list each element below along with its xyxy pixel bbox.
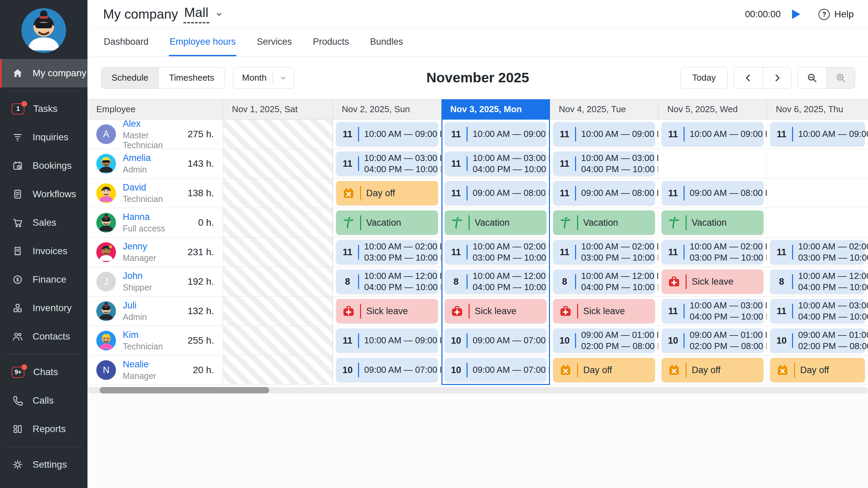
schedule-cell[interactable]: 1110:00 AM — 02:00 PM03:00 PM — 10:00 PM <box>441 238 550 267</box>
sidebar-item-inventory[interactable]: Inventory <box>0 294 87 322</box>
employee-name-link[interactable]: John <box>123 271 152 281</box>
tab-bundles[interactable]: Bundles <box>369 29 404 56</box>
timer-play-button[interactable] <box>792 9 800 19</box>
shift-pill[interactable]: 1009:00 AM — 01:00 PM02:00 PM — 08:00 PM <box>770 328 865 353</box>
sidebar-item-chats[interactable]: 9+Chats <box>0 358 87 386</box>
schedule-cell[interactable]: 1110:00 AM — 09:00 PM <box>767 120 868 149</box>
shift-pill[interactable]: 1110:00 AM — 02:00 PM03:00 PM — 10:00 PM <box>662 240 764 264</box>
schedule-cell[interactable]: 1110:00 AM — 02:00 PM03:00 PM — 10:00 PM <box>333 238 441 267</box>
schedule-cell[interactable]: Day off <box>658 355 767 385</box>
previous-period-button[interactable] <box>734 67 763 88</box>
shift-pill[interactable]: 1110:00 AM — 09:00 PM <box>553 122 655 146</box>
zoom-in-button[interactable] <box>826 67 855 88</box>
schedule-cell[interactable]: 1110:00 AM — 03:00 PM04:00 PM — 10:00 PM <box>441 149 550 179</box>
sick-pill[interactable]: Sick leave <box>662 269 764 294</box>
sick-pill[interactable]: Sick leave <box>336 299 438 323</box>
schedule-cell[interactable]: Day off <box>333 179 441 208</box>
schedule-cell[interactable]: Day off <box>767 355 868 385</box>
schedule-cell[interactable]: Sick leave <box>441 297 550 326</box>
shift-pill[interactable]: 1110:00 AM — 09:00 PM <box>662 122 764 146</box>
shift-pill[interactable]: 1009:00 AM — 07:00 PM <box>445 328 547 353</box>
schedule-cell[interactable]: Vacation <box>658 208 767 238</box>
schedule-cell[interactable]: Day off <box>550 355 658 385</box>
employee-name-link[interactable]: Kim <box>123 330 163 340</box>
schedule-cell[interactable]: 1110:00 AM — 03:00 PM04:00 PM — 10:00 PM <box>333 149 441 179</box>
sidebar-item-reports[interactable]: Reports <box>0 415 87 443</box>
tab-employee-hours[interactable]: Employee hours <box>169 29 236 56</box>
shift-pill[interactable]: 1110:00 AM — 03:00 PM04:00 PM — 10:00 PM <box>553 151 655 176</box>
schedule-cell[interactable]: 1109:00 AM — 08:00 PM <box>441 179 550 208</box>
schedule-cell[interactable]: Vacation <box>550 208 658 238</box>
sidebar-item-sales[interactable]: Sales <box>0 208 87 237</box>
schedule-cell[interactable]: 1009:00 AM — 01:00 PM02:00 PM — 08:00 PM <box>550 326 658 355</box>
vacation-pill[interactable]: Vacation <box>553 210 655 235</box>
horizontal-scrollbar-thumb[interactable] <box>100 387 269 393</box>
sidebar-item-finance[interactable]: $Finance <box>0 265 87 294</box>
sidebar-item-contacts[interactable]: Contacts <box>0 322 87 351</box>
dayoff-pill[interactable]: Day off <box>553 358 655 382</box>
tab-products[interactable]: Products <box>312 29 350 56</box>
employee-name-link[interactable]: David <box>123 182 163 193</box>
schedule-cell[interactable]: 1110:00 AM — 02:00 PM03:00 PM — 10:00 PM <box>550 238 658 267</box>
employee-name-link[interactable]: Alex <box>123 120 181 129</box>
sidebar-item-my-company[interactable]: My company <box>0 59 87 87</box>
shift-pill[interactable]: 1009:00 AM — 07:00 PM <box>445 358 547 382</box>
sidebar-item-calls[interactable]: Calls <box>0 386 87 415</box>
schedule-cell[interactable]: 1110:00 AM — 09:00 PM <box>333 120 441 149</box>
schedule-cell[interactable]: 1110:00 AM — 09:00 PM <box>333 326 441 355</box>
schedule-cell[interactable]: 1110:00 AM — 09:00 PM <box>658 120 767 149</box>
workspace-switcher[interactable]: My company Mall <box>103 5 223 23</box>
sidebar-item-bookings[interactable]: Bookings <box>0 151 87 180</box>
vacation-pill[interactable]: Vacation <box>662 210 764 235</box>
schedule-cell[interactable]: 1110:00 AM — 09:00 PM <box>550 120 658 149</box>
vacation-pill[interactable]: Vacation <box>445 210 547 235</box>
sidebar-item-workflows[interactable]: Workflows <box>0 180 87 208</box>
employee-name-link[interactable]: Nealie <box>123 359 156 370</box>
help-button[interactable]: ? Help <box>818 9 854 20</box>
column-header-day[interactable]: Nov 1, 2025, Sat <box>223 99 333 120</box>
employee-name-link[interactable]: Hanna <box>123 212 165 222</box>
shift-pill[interactable]: 1110:00 AM — 09:00 PM <box>336 328 438 353</box>
shift-pill[interactable]: 1009:00 AM — 07:00 PM <box>336 358 438 382</box>
column-header-day[interactable]: Nov 3, 2025, Mon <box>441 99 550 120</box>
view-segment-schedule[interactable]: Schedule <box>101 67 158 88</box>
employee-name-link[interactable]: Jenny <box>123 241 156 252</box>
shift-pill[interactable]: 1110:00 AM — 02:00 PM03:00 PM — 10:00 PM <box>553 240 655 264</box>
location-name[interactable]: Mall <box>183 5 209 23</box>
shift-pill[interactable]: 1009:00 AM — 01:00 PM02:00 PM — 08:00 PM <box>662 328 764 353</box>
shift-pill[interactable]: 1110:00 AM — 09:00 PM <box>445 122 547 146</box>
schedule-cell[interactable]: 1009:00 AM — 07:00 PM <box>441 355 550 385</box>
shift-pill[interactable]: 1110:00 AM — 03:00 PM04:00 PM — 10:00 PM <box>445 151 547 176</box>
column-header-day[interactable]: Nov 4, 2025, Tue <box>550 99 658 120</box>
sidebar-item-settings[interactable]: Settings <box>0 450 87 479</box>
schedule-cell[interactable]: 810:00 AM — 12:00 PM04:00 PM — 10:00 PM <box>767 267 868 297</box>
column-header-day[interactable]: Nov 5, 2025, Wed <box>658 99 767 120</box>
vacation-pill[interactable]: Vacation <box>336 210 438 235</box>
shift-pill[interactable]: 1110:00 AM — 03:00 PM04:00 PM — 10:00 PM <box>662 299 764 323</box>
shift-pill[interactable]: 1110:00 AM — 03:00 PM04:00 PM — 10:00 PM <box>336 151 438 176</box>
schedule-cell[interactable]: 810:00 AM — 12:00 PM04:00 PM — 10:00 PM <box>441 267 550 297</box>
schedule-cell[interactable]: 1009:00 AM — 01:00 PM02:00 PM — 08:00 PM <box>767 326 868 355</box>
schedule-cell[interactable]: 1109:00 AM — 08:00 PM <box>550 179 658 208</box>
zoom-out-button[interactable] <box>798 67 826 88</box>
employee-name-link[interactable]: Juli <box>123 300 147 311</box>
tab-services[interactable]: Services <box>256 29 293 56</box>
schedule-cell[interactable]: 810:00 AM — 12:00 PM04:00 PM — 10:00 PM <box>333 267 441 297</box>
tab-dashboard[interactable]: Dashboard <box>103 29 149 56</box>
schedule-cell[interactable]: Sick leave <box>550 297 658 326</box>
sidebar-item-invoices[interactable]: Invoices <box>0 237 87 265</box>
column-header-day[interactable]: Nov 6, 2025, Thu <box>767 99 868 120</box>
schedule-cell[interactable]: 1110:00 AM — 03:00 PM04:00 PM — 10:00 PM <box>767 297 868 326</box>
schedule-cell[interactable]: 1109:00 AM — 08:00 PM <box>658 179 767 208</box>
schedule-cell[interactable]: Vacation <box>333 208 441 238</box>
employee-name-link[interactable]: Amelia <box>123 153 151 163</box>
schedule-cell[interactable]: 1009:00 AM — 07:00 PM <box>441 326 550 355</box>
schedule-cell[interactable]: 1110:00 AM — 03:00 PM04:00 PM — 10:00 PM <box>550 149 658 179</box>
schedule-cell[interactable]: 1110:00 AM — 02:00 PM03:00 PM — 10:00 PM <box>658 238 767 267</box>
shift-pill[interactable]: 1110:00 AM — 02:00 PM03:00 PM — 10:00 PM <box>445 240 547 264</box>
period-select[interactable]: Month <box>233 67 294 89</box>
shift-pill[interactable]: 1110:00 AM — 02:00 PM03:00 PM — 10:00 PM <box>770 240 865 264</box>
shift-pill[interactable]: 1009:00 AM — 01:00 PM02:00 PM — 08:00 PM <box>553 328 655 353</box>
shift-pill[interactable]: 1110:00 AM — 02:00 PM03:00 PM — 10:00 PM <box>336 240 438 264</box>
sidebar-item-tasks[interactable]: 1Tasks <box>0 95 87 123</box>
